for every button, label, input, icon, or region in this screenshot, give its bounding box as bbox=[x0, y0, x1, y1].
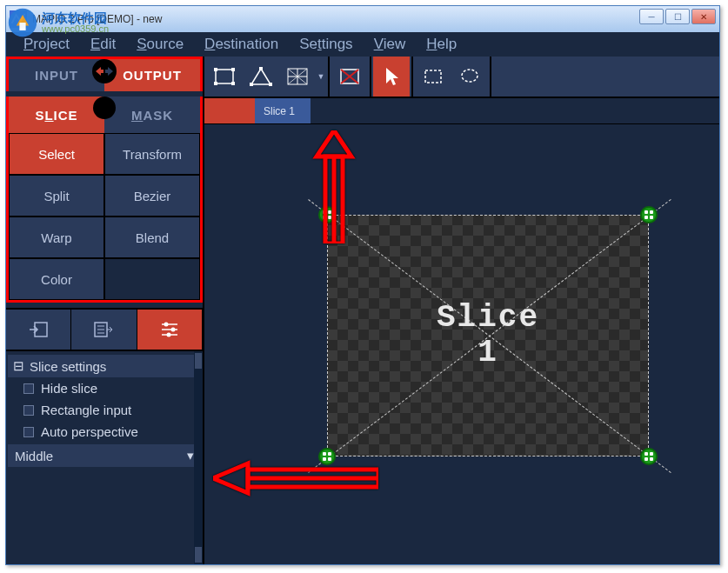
svg-rect-14 bbox=[216, 70, 233, 83]
rectangle-icon bbox=[212, 64, 237, 89]
watermark-overlay: 河东软件园 www.pc0359.cn bbox=[7, 7, 109, 38]
annotation-arrow-left bbox=[213, 456, 378, 503]
check-label: Auto perspective bbox=[41, 424, 138, 439]
svg-point-31 bbox=[462, 70, 478, 82]
svg-rect-20 bbox=[250, 83, 253, 86]
settings-scrollbar[interactable] bbox=[194, 351, 203, 564]
tb-delete-button[interactable] bbox=[331, 57, 368, 97]
delete-rect-icon bbox=[337, 64, 362, 89]
checkbox-icon bbox=[23, 405, 34, 416]
maximize-button[interactable]: ☐ bbox=[665, 9, 690, 24]
io-toggle-icon bbox=[92, 59, 117, 83]
titlebar[interactable]: MAPIO 2 Pro [DEMO] - new ─ ☐ ✕ bbox=[6, 6, 719, 32]
panel-btn-3-sliders[interactable] bbox=[137, 310, 203, 350]
tool-bezier[interactable]: Bezier bbox=[104, 175, 200, 217]
mask-mode-button[interactable]: MASK bbox=[104, 97, 200, 133]
svg-rect-18 bbox=[231, 82, 235, 85]
collapse-icon: ⊟ bbox=[13, 358, 24, 374]
annotation-arrow-up bbox=[308, 130, 360, 247]
settings-header[interactable]: ⊟ Slice settings bbox=[8, 355, 201, 377]
export-icon bbox=[28, 321, 49, 338]
check-hide-slice[interactable]: Hide slice bbox=[8, 377, 201, 399]
svg-rect-17 bbox=[214, 82, 217, 85]
tb-grid-dropdown[interactable]: ▼ bbox=[316, 57, 326, 97]
grid-icon bbox=[285, 64, 310, 89]
check-label: Rectangle input bbox=[41, 403, 131, 417]
svg-rect-16 bbox=[231, 68, 235, 71]
tb-triangle-button[interactable] bbox=[243, 57, 279, 97]
svg-rect-30 bbox=[425, 70, 441, 83]
tool-transform[interactable]: Transform bbox=[104, 133, 200, 175]
svg-rect-19 bbox=[259, 67, 263, 70]
tool-warp[interactable]: Warp bbox=[9, 217, 104, 258]
svg-point-13 bbox=[166, 333, 170, 337]
tb-marquee-button[interactable] bbox=[415, 57, 451, 97]
tab-slice-1[interactable]: Slice 1 bbox=[255, 98, 311, 123]
close-button[interactable]: ✕ bbox=[691, 9, 716, 24]
checkbox-icon bbox=[23, 383, 34, 394]
watermark-text: 河东软件园 bbox=[42, 11, 109, 24]
handle-top-right[interactable] bbox=[640, 206, 658, 223]
panel-btn-2[interactable] bbox=[71, 310, 137, 350]
tb-pointer-button[interactable] bbox=[373, 57, 410, 97]
check-auto-perspective[interactable]: Auto perspective bbox=[8, 421, 201, 443]
svg-point-11 bbox=[170, 328, 175, 332]
align-dropdown[interactable]: Middle▾ bbox=[8, 444, 201, 467]
tab-color-swatch[interactable] bbox=[204, 98, 255, 123]
list-icon bbox=[93, 321, 114, 338]
settings-header-label: Slice settings bbox=[30, 359, 106, 374]
slice-mode-button[interactable]: SLICE bbox=[9, 97, 104, 133]
tab-bar: Slice 1 bbox=[204, 98, 719, 124]
svg-rect-1 bbox=[19, 23, 25, 30]
sidebar: INPUT OUTPUT SLICE MASK Select Transform… bbox=[6, 57, 204, 564]
slice-label: Slice1 bbox=[437, 301, 539, 370]
panel-btn-1[interactable] bbox=[6, 310, 71, 350]
svg-rect-15 bbox=[214, 68, 217, 71]
tool-empty bbox=[104, 258, 200, 300]
input-mode-button[interactable]: INPUT bbox=[9, 59, 104, 91]
sliders-icon bbox=[160, 321, 179, 338]
svg-rect-21 bbox=[269, 83, 272, 86]
menu-destination[interactable]: Destination bbox=[196, 34, 287, 55]
svg-point-9 bbox=[164, 323, 168, 327]
main-toolbar: ▼ bbox=[204, 57, 719, 98]
menubar: Project Edit Source Destination Settings… bbox=[6, 32, 719, 57]
tb-lasso-button[interactable] bbox=[451, 57, 488, 97]
tb-rect-button[interactable] bbox=[206, 57, 243, 97]
lasso-icon bbox=[458, 64, 482, 89]
slice-mask-toggle-icon bbox=[93, 97, 116, 119]
tool-select[interactable]: Select bbox=[9, 133, 104, 175]
triangle-icon bbox=[249, 64, 273, 89]
menu-source[interactable]: Source bbox=[128, 34, 192, 55]
dropdown-value: Middle bbox=[15, 449, 53, 463]
menu-settings[interactable]: Settings bbox=[291, 34, 361, 55]
tool-color[interactable]: Color bbox=[9, 258, 104, 300]
tool-split[interactable]: Split bbox=[9, 175, 104, 217]
watermark-url: www.pc0359.cn bbox=[42, 24, 109, 34]
chevron-down-icon: ▾ bbox=[187, 448, 194, 463]
minimize-button[interactable]: ─ bbox=[639, 9, 664, 24]
tool-blend[interactable]: Blend bbox=[104, 217, 200, 258]
tb-grid-button[interactable] bbox=[279, 57, 316, 97]
handle-bottom-right[interactable] bbox=[640, 448, 658, 465]
slice-canvas[interactable]: Slice1 bbox=[327, 215, 649, 456]
pointer-icon bbox=[379, 64, 404, 89]
menu-help[interactable]: Help bbox=[417, 34, 465, 55]
check-label: Hide slice bbox=[41, 381, 97, 396]
settings-panel: ⊟ Slice settings Hide slice Rectangle in… bbox=[6, 350, 203, 564]
output-mode-button[interactable]: OUTPUT bbox=[104, 59, 200, 91]
checkbox-icon bbox=[23, 427, 34, 437]
tool-grid: Select Transform Split Bezier Warp Blend… bbox=[6, 133, 203, 303]
marquee-icon bbox=[421, 64, 445, 89]
menu-view[interactable]: View bbox=[365, 34, 415, 55]
check-rectangle-input[interactable]: Rectangle input bbox=[8, 399, 201, 421]
watermark-logo-icon bbox=[7, 7, 38, 38]
